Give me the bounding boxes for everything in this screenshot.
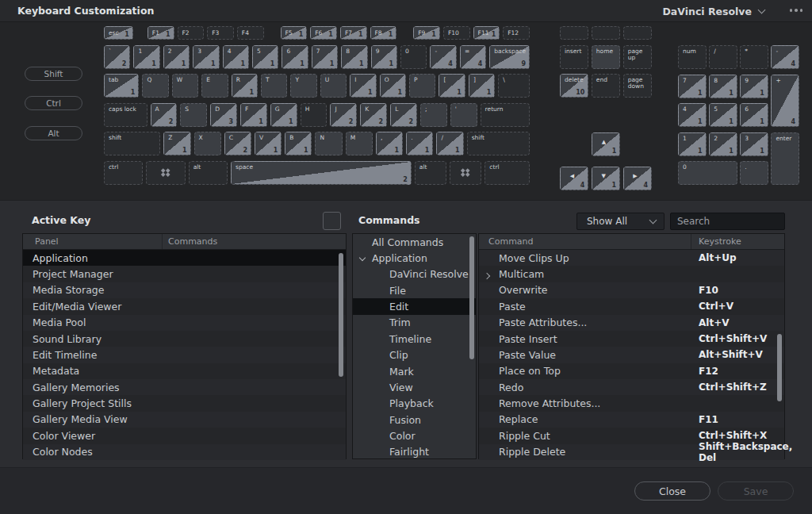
key-arrow-down[interactable]: ▼1 <box>592 167 620 190</box>
key-7[interactable]: 71 <box>312 45 338 69</box>
key-4[interactable]: 41 <box>223 45 249 69</box>
key-backspace[interactable]: backspace9 <box>489 45 530 69</box>
key-delete[interactable]: delete10 <box>560 74 588 98</box>
key-d[interactable]: D3 <box>210 103 237 127</box>
active-key-row[interactable]: Gallery Media View <box>23 412 346 428</box>
key-m[interactable]: M <box>346 132 373 155</box>
key-left-bracket[interactable]: [1 <box>439 74 465 98</box>
key-period[interactable]: .1 <box>406 132 433 155</box>
scrollbar-thumb[interactable] <box>777 334 782 401</box>
key-arrow-left[interactable]: ◀4 <box>560 167 588 190</box>
key-page-up[interactable]: page up <box>623 45 652 69</box>
key-num-plus[interactable]: +4 <box>771 75 799 128</box>
key-5[interactable]: 51 <box>252 45 278 69</box>
key-left-alt[interactable]: alt <box>189 161 228 185</box>
key-f12[interactable]: F12 <box>503 26 530 40</box>
key-num-period[interactable]: . <box>740 161 768 185</box>
active-key-row[interactable]: Metadata <box>23 363 346 379</box>
key-f11[interactable]: F111 <box>473 26 500 40</box>
key-num-minus[interactable]: -4 <box>771 45 799 69</box>
key-num-3[interactable]: 31 <box>740 132 768 156</box>
shift-modifier-button[interactable]: Shift <box>25 67 82 81</box>
key-semicolon[interactable]: ; <box>420 103 447 127</box>
key-f8[interactable]: F81 <box>370 26 397 40</box>
key-left-meta[interactable] <box>146 161 185 185</box>
key-return[interactable]: return <box>481 103 530 127</box>
chevron-right-icon[interactable] <box>484 273 490 279</box>
key-end[interactable]: end <box>592 74 620 98</box>
ctrl-modifier-button[interactable]: Ctrl <box>25 96 82 110</box>
key-f4[interactable]: F4 <box>237 26 264 40</box>
key-f9[interactable]: F91 <box>413 26 440 40</box>
key-num-9[interactable]: 91 <box>740 75 768 98</box>
key-f3[interactable]: F3 <box>207 26 234 40</box>
key-minus[interactable]: -4 <box>430 45 456 69</box>
active-key-row[interactable]: Color Nodes <box>23 444 346 460</box>
tree-item-color[interactable]: Color <box>353 428 476 443</box>
tree-item-file[interactable]: File <box>353 282 476 298</box>
key-f[interactable]: F1 <box>240 103 267 127</box>
key-f5[interactable]: F51 <box>281 26 308 40</box>
tree-item-application[interactable]: Application <box>353 250 476 266</box>
key-backslash[interactable]: \ <box>498 74 530 98</box>
key-p[interactable]: P <box>409 74 435 98</box>
key-1[interactable]: 11 <box>133 45 159 69</box>
key-right-bracket[interactable]: ]1 <box>469 74 495 98</box>
key-num-1[interactable]: 11 <box>678 132 707 156</box>
key-o[interactable]: O1 <box>380 74 406 98</box>
tree-item-fusion[interactable]: Fusion <box>353 412 476 428</box>
key-0[interactable]: 0 <box>400 45 427 69</box>
active-key-checkbox[interactable] <box>323 212 341 230</box>
key-b[interactable]: B1 <box>285 132 312 155</box>
active-key-row[interactable]: Media Pool <box>23 315 346 331</box>
show-all-dropdown[interactable]: Show All <box>576 213 665 230</box>
key-num-0[interactable]: 0 <box>678 161 737 185</box>
key-num-2[interactable]: 21 <box>709 132 737 156</box>
key-g[interactable]: G1 <box>270 103 297 127</box>
key-blank-3[interactable] <box>623 26 652 40</box>
key-num-7[interactable]: 71 <box>678 75 707 98</box>
active-key-row[interactable]: Project Manager <box>23 266 346 282</box>
search-input[interactable] <box>670 213 785 230</box>
key-a[interactable]: A2 <box>151 103 178 127</box>
key-num-8[interactable]: 81 <box>709 75 737 98</box>
key-comma[interactable]: ,1 <box>376 132 403 155</box>
key-n[interactable]: N <box>315 132 342 155</box>
active-key-row[interactable]: Edit/Media Viewer <box>23 298 346 314</box>
command-row[interactable]: PasteCtrl+V <box>479 298 784 314</box>
active-key-row[interactable]: Edit Timeline <box>23 347 346 362</box>
key-equals[interactable]: =4 <box>460 45 486 69</box>
key-w[interactable]: W <box>172 74 198 98</box>
key-6[interactable]: 61 <box>282 45 308 69</box>
key-v[interactable]: V1 <box>255 132 282 155</box>
key-y[interactable]: Y <box>290 74 316 98</box>
close-button[interactable]: Close <box>634 481 710 501</box>
key-f6[interactable]: F61 <box>310 26 337 40</box>
key-tab[interactable]: tab1 <box>104 74 139 98</box>
command-row[interactable]: Multicam <box>479 266 784 282</box>
key-caps-lock[interactable]: caps lock <box>104 103 147 127</box>
key-j[interactable]: J2 <box>330 103 357 127</box>
active-key-row[interactable]: Sound Library <box>23 331 346 347</box>
key-slash[interactable]: /1 <box>436 132 463 155</box>
key-insert[interactable]: insert <box>560 45 588 69</box>
active-key-row[interactable]: Application <box>23 250 346 266</box>
key-right-ctrl[interactable]: ctrl <box>485 161 530 185</box>
key-s[interactable]: S <box>180 103 207 127</box>
active-key-row[interactable]: Media Storage <box>23 282 346 298</box>
key-l[interactable]: L2 <box>390 103 417 127</box>
scrollbar-thumb[interactable] <box>339 253 343 377</box>
active-key-row[interactable]: Color Viewer <box>23 428 346 443</box>
key-i[interactable]: I1 <box>350 74 376 98</box>
tree-item-clip[interactable]: Clip <box>353 347 476 363</box>
tree-item-playback[interactable]: Playback <box>353 396 476 412</box>
tree-item-all-commands[interactable]: All Commands <box>353 234 476 250</box>
key-right-shift[interactable]: shift <box>467 132 530 155</box>
command-row[interactable]: Paste InsertCtrl+Shift+V <box>479 331 784 347</box>
key-num-enter[interactable]: enter <box>771 132 799 186</box>
key-arrow-right[interactable]: ▶4 <box>623 167 652 190</box>
command-row[interactable]: Ripple DeleteShift+Backspace, Del <box>479 444 784 460</box>
key-h[interactable]: H <box>301 103 327 127</box>
scrollbar-thumb[interactable] <box>469 236 474 359</box>
chevron-down-icon[interactable] <box>359 255 366 261</box>
